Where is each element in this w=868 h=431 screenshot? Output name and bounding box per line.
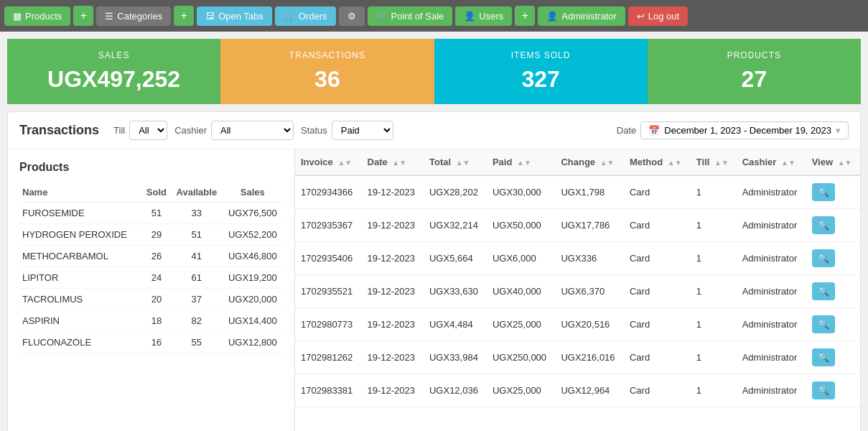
- open-tabs-button[interactable]: 🖫 Open Tabs: [197, 6, 272, 26]
- product-sales: UGX52,200: [223, 224, 283, 246]
- add-category-button[interactable]: +: [174, 6, 194, 26]
- add-user-button[interactable]: +: [515, 6, 535, 26]
- till-select[interactable]: All 1 2: [129, 121, 167, 140]
- sales-value: UGX497,252: [22, 66, 206, 93]
- transaction-invoice: 1702934366: [295, 175, 362, 209]
- status-filter-group: Status Paid Pending All: [301, 121, 393, 140]
- col-sold-header: Sold: [142, 182, 171, 203]
- products-button[interactable]: ▦ Products: [4, 6, 70, 26]
- table-row: ASPIRIN 18 82 UGX14,400: [19, 310, 283, 332]
- list-icon: ☰: [105, 11, 113, 22]
- orders-label: Orders: [299, 11, 327, 22]
- users-button[interactable]: 👤 Users: [455, 6, 512, 26]
- date-col-header: Date ▲▼: [362, 149, 424, 175]
- transaction-method: Card: [624, 175, 691, 209]
- transactions-value: 36: [235, 66, 419, 93]
- transaction-method: Card: [624, 242, 691, 275]
- admin-icon: 👤: [546, 11, 558, 22]
- change-col-header: Change ▲▼: [555, 149, 624, 175]
- transaction-cashier: Administrator: [737, 209, 806, 242]
- add-product-button[interactable]: +: [73, 6, 93, 26]
- main-area: Transactions Till All 1 2 Cashier All Ad…: [7, 111, 861, 431]
- categories-button[interactable]: ☰ Categories: [96, 6, 171, 26]
- transaction-till: 1: [691, 275, 737, 308]
- table-row: 1702980773 19-12-2023 UGX4,484 UGX25,000…: [295, 308, 860, 341]
- gear-icon: ⚙: [347, 11, 356, 22]
- cashier-select[interactable]: All Administrator: [211, 121, 294, 140]
- date-range-group: Date 📅 December 1, 2023 - December 19, 2…: [617, 121, 849, 139]
- transaction-total: UGX33,984: [424, 341, 487, 374]
- product-name: FLUCONAZOLE: [19, 332, 142, 353]
- product-available: 55: [171, 332, 223, 353]
- table-row: FLUCONAZOLE 16 55 UGX12,800: [19, 332, 283, 353]
- view-transaction-button[interactable]: 🔍: [812, 216, 835, 234]
- table-row: 1702935406 19-12-2023 UGX5,664 UGX6,000 …: [295, 242, 860, 275]
- table-row: 1702935367 19-12-2023 UGX32,214 UGX50,00…: [295, 209, 860, 242]
- items-sold-card: ITEMS SOLD 327: [434, 39, 648, 104]
- status-select[interactable]: Paid Pending All: [332, 121, 393, 140]
- transaction-view-cell: 🔍: [806, 275, 860, 308]
- product-available: 33: [171, 203, 223, 224]
- view-transaction-button[interactable]: 🔍: [812, 381, 835, 399]
- logout-icon: ↩: [637, 11, 645, 22]
- method-col-header: Method ▲▼: [624, 149, 691, 175]
- date-range-picker[interactable]: 📅 December 1, 2023 - December 19, 2023 ▾: [640, 121, 849, 139]
- product-sold: 18: [142, 310, 171, 332]
- transaction-change: UGX216,016: [555, 341, 624, 374]
- transaction-date: 19-12-2023: [362, 242, 424, 275]
- transaction-invoice: 1702935367: [295, 209, 362, 242]
- logout-label: Log out: [648, 11, 679, 22]
- col-available-header: Available: [171, 182, 223, 203]
- transaction-method: Card: [624, 275, 691, 308]
- view-transaction-button[interactable]: 🔍: [812, 315, 835, 333]
- product-sales: UGX46,800: [223, 246, 283, 267]
- transactions-title: Transactions: [19, 123, 99, 138]
- administrator-label: Administrator: [561, 11, 617, 22]
- product-available: 37: [171, 289, 223, 310]
- user-icon: 👤: [464, 11, 475, 22]
- view-transaction-button[interactable]: 🔍: [812, 249, 835, 267]
- cashier-label: Cashier: [174, 125, 207, 136]
- transaction-paid: UGX25,000: [487, 374, 556, 407]
- cashier-col-header: Cashier ▲▼: [737, 149, 806, 175]
- transaction-paid: UGX50,000: [487, 209, 556, 242]
- view-transaction-button[interactable]: 🔍: [812, 183, 835, 201]
- product-sales: UGX12,800: [223, 332, 283, 353]
- orders-button[interactable]: 🛒 Orders: [275, 6, 336, 26]
- transaction-change: UGX336: [555, 242, 624, 275]
- change-sort-icon: ▲▼: [600, 159, 615, 167]
- transaction-total: UGX32,214: [424, 209, 487, 242]
- product-sold: 24: [142, 267, 171, 289]
- stats-row: SALES UGX497,252 TRANSACTIONS 36 ITEMS S…: [7, 39, 861, 104]
- product-name: HYDROGEN PEROXIDE: [19, 224, 142, 246]
- point-of-sale-button[interactable]: 🛒 Point of Sale: [368, 6, 453, 26]
- transaction-view-cell: 🔍: [806, 374, 860, 407]
- cart-icon: 🛒: [284, 11, 295, 22]
- transaction-total: UGX4,484: [424, 308, 487, 341]
- transaction-method: Card: [624, 209, 691, 242]
- transaction-till: 1: [691, 175, 737, 209]
- products-label: Products: [25, 11, 62, 22]
- transaction-invoice: 1702981262: [295, 341, 362, 374]
- cashier-filter-group: Cashier All Administrator: [174, 121, 294, 140]
- logout-button[interactable]: ↩ Log out: [628, 6, 688, 26]
- administrator-button[interactable]: 👤 Administrator: [538, 6, 625, 26]
- transaction-paid: UGX30,000: [487, 175, 556, 209]
- transaction-view-cell: 🔍: [806, 308, 860, 341]
- transactions-card: TRANSACTIONS 36: [220, 39, 434, 104]
- open-tabs-label: Open Tabs: [218, 11, 263, 22]
- cashier-sort-icon: ▲▼: [781, 159, 795, 167]
- transactions-label: TRANSACTIONS: [235, 50, 419, 60]
- transaction-cashier: Administrator: [737, 242, 806, 275]
- transaction-till: 1: [691, 209, 737, 242]
- view-transaction-button[interactable]: 🔍: [812, 348, 835, 366]
- products-stat-value: 27: [662, 66, 846, 93]
- view-transaction-button[interactable]: 🔍: [812, 282, 835, 300]
- gear-button[interactable]: ⚙: [339, 6, 365, 26]
- till-label: Till: [113, 125, 125, 136]
- method-sort-icon: ▲▼: [668, 159, 682, 167]
- transactions-table: Invoice ▲▼ Date ▲▼ Total ▲▼ Paid: [295, 149, 860, 407]
- transaction-till: 1: [691, 308, 737, 341]
- transaction-change: UGX12,964: [555, 374, 624, 407]
- view-col-header: View ▲▼: [806, 149, 860, 175]
